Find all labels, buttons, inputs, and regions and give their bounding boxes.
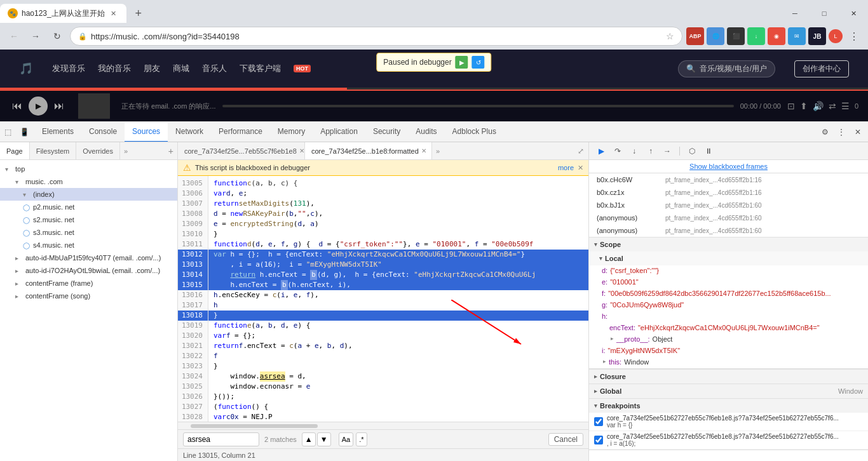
tab-elements[interactable]: Elements <box>34 122 81 142</box>
tab-sources[interactable]: Sources <box>125 122 168 142</box>
more-tabs-button[interactable]: » <box>432 147 444 155</box>
deactivate-breakpoints-button[interactable]: ⬡ <box>685 144 699 158</box>
tab-console[interactable]: Console <box>81 122 125 142</box>
closure-header[interactable]: ▸ Closure <box>589 370 868 384</box>
line-13021[interactable]: 13021 <box>178 341 208 351</box>
line-13008[interactable]: 13008 <box>178 209 208 219</box>
tab-adblock[interactable]: Adblock Plus <box>445 122 504 142</box>
regex-button[interactable]: .* <box>356 432 367 446</box>
ext7-button[interactable]: JB <box>808 27 826 45</box>
global-header[interactable]: ▸ Global Window <box>589 384 868 398</box>
debug-resume-button[interactable]: ▶ <box>456 56 468 69</box>
nav-musician[interactable]: 音乐人 <box>202 63 227 74</box>
tree-item-p2[interactable]: ◯ p2.music. net <box>0 201 177 213</box>
search-input[interactable] <box>183 432 259 446</box>
close-button[interactable]: ✕ <box>839 4 868 23</box>
call-stack-item-3[interactable]: b0x.bJ1x pt_frame_index_...4cd655ff2b1:6… <box>589 199 868 211</box>
tree-item-music-com[interactable]: ▾ music. .com <box>0 175 177 188</box>
line-13017[interactable]: 13017 <box>178 300 208 311</box>
ext2-button[interactable]: 🌐 <box>707 27 724 45</box>
site-search[interactable]: 🔍 音乐/视频/电台/用户 <box>678 60 775 77</box>
more-tabs-button[interactable]: » <box>120 142 132 159</box>
maximize-button[interactable]: □ <box>810 4 839 23</box>
reload-button[interactable]: ↻ <box>48 27 66 45</box>
line-13010[interactable]: 13010 <box>178 229 208 239</box>
player-icon2[interactable]: ⬆ <box>800 101 808 111</box>
line-13007[interactable]: 13007 <box>178 199 208 209</box>
line-13026[interactable]: 13026 <box>178 392 208 402</box>
editor-tab-formatted[interactable]: core_7a734ef25e...b1e8:formatted ✕ <box>305 142 432 160</box>
breakpoints-header[interactable]: ▾ Breakpoints <box>589 399 868 413</box>
back-button[interactable]: ← <box>5 27 23 45</box>
step-into-button[interactable]: ↓ <box>627 144 641 158</box>
tab-audits[interactable]: Audits <box>408 122 444 142</box>
ext6-button[interactable]: ✉ <box>788 27 806 45</box>
line-13005[interactable]: 13005 <box>178 178 208 189</box>
line-13014[interactable]: 13014 <box>178 270 208 280</box>
line-13018[interactable]: 13018 <box>178 311 208 321</box>
expand-icon[interactable]: ▸ <box>611 335 614 342</box>
tree-item-auto1[interactable]: ▸ auto-id-MbUaP1t59fcy40T7 (email. .com/… <box>0 251 177 264</box>
overrides-tab[interactable]: Overrides <box>76 142 120 159</box>
devtools-responsive-icon[interactable]: 📱 <box>17 124 32 140</box>
line-13028[interactable]: 13028 <box>178 412 208 422</box>
tree-item-top[interactable]: ▾ top <box>0 163 177 175</box>
tree-item-contentframe2[interactable]: ▸ contentFrame (song) <box>0 290 177 302</box>
call-stack-item-2[interactable]: b0x.cz1x pt_frame_index_...4cd655ff2b1:1… <box>589 186 868 199</box>
tab-security[interactable]: Security <box>365 122 408 142</box>
tab-close-button[interactable]: ✕ <box>109 8 119 18</box>
page-tab[interactable]: Page <box>0 142 30 159</box>
devtools-inspect-icon[interactable]: ⬚ <box>0 124 15 140</box>
expand-editor-button[interactable]: ⤢ <box>573 144 588 159</box>
devtools-close-icon[interactable]: ✕ <box>850 124 865 140</box>
line-13020[interactable]: 13020 <box>178 331 208 341</box>
progress-bar[interactable] <box>222 105 734 107</box>
forward-button[interactable]: → <box>27 27 44 45</box>
tab-application[interactable]: Application <box>313 122 365 142</box>
tree-item-s4[interactable]: ◯ s4.music. net <box>0 239 177 251</box>
devtools-settings-icon[interactable]: ⚙ <box>817 124 832 140</box>
nav-store[interactable]: 商城 <box>173 63 189 74</box>
call-stack-item-1[interactable]: b0x.cHc6W pt_frame_index_...4cd655ff2b1:… <box>589 173 868 186</box>
prev-button[interactable]: ⏮ <box>10 98 25 114</box>
editor-tab-close2[interactable]: ✕ <box>421 147 426 154</box>
debug-step-button[interactable]: ↺ <box>472 56 485 69</box>
tree-item-contentframe1[interactable]: ▸ contentFrame (frame) <box>0 277 177 290</box>
play-button[interactable]: ▶ <box>29 97 48 116</box>
tree-item-index[interactable]: ▾ (index) <box>0 188 177 201</box>
url-bar[interactable]: 🔒 https://music. .com/#/song?id=35440198… <box>70 27 682 46</box>
bookmark-icon[interactable]: ☆ <box>666 31 674 41</box>
tree-item-auto2[interactable]: ▸ auto-id-i7O2HAyOtL9bwiaL (email. .com/… <box>0 264 177 277</box>
nav-my-music[interactable]: 我的音乐 <box>98 63 131 74</box>
ext5-button[interactable]: ◉ <box>768 27 785 45</box>
minimize-button[interactable]: ─ <box>780 4 810 23</box>
tab-network[interactable]: Network <box>168 122 211 142</box>
local-scope-header[interactable]: ▾ Local <box>589 251 868 265</box>
shuffle-icon[interactable]: ⇄ <box>829 101 836 111</box>
breakpoint-checkbox-2[interactable] <box>594 436 603 444</box>
line-13019[interactable]: 13019 <box>178 321 208 331</box>
line-13013[interactable]: 13013 <box>178 260 208 270</box>
pause-on-exceptions-button[interactable]: ⏸ <box>702 144 715 158</box>
line-13022[interactable]: 13022 <box>178 351 208 361</box>
ext4-button[interactable]: ↓ <box>747 27 765 45</box>
volume-icon[interactable]: 🔊 <box>813 101 824 111</box>
creator-center-button[interactable]: 创作者中心 <box>794 60 849 77</box>
tab-memory[interactable]: Memory <box>270 122 313 142</box>
call-stack-item-4[interactable]: (anonymous) pt_frame_index_...4cd655ff2b… <box>589 211 868 224</box>
nav-download[interactable]: 下载客户端 <box>240 63 281 74</box>
line-13025[interactable]: 13025 <box>178 382 208 392</box>
nav-friends[interactable]: 朋友 <box>144 63 160 74</box>
tree-item-s3[interactable]: ◯ s3.music. net <box>0 226 177 239</box>
player-icon1[interactable]: ⊡ <box>787 101 795 111</box>
search-prev-button[interactable]: ▲ <box>302 432 316 446</box>
step-over-button[interactable]: ↷ <box>611 144 625 158</box>
line-13009[interactable]: 13009 <box>178 219 208 229</box>
blackbox-more-link[interactable]: more <box>558 164 574 171</box>
scope-header[interactable]: ▾ Scope <box>589 237 868 251</box>
code-content[interactable]: function c(a, b, c) { var d, e; return s… <box>208 176 588 422</box>
call-stack-item-5[interactable]: (anonymous) pt_frame_index_...4cd655ff2b… <box>589 224 868 237</box>
editor-horizontal-scrollbar[interactable] <box>178 422 588 429</box>
match-case-button[interactable]: Aa <box>339 432 353 446</box>
resume-button[interactable]: ▶ <box>594 144 608 158</box>
